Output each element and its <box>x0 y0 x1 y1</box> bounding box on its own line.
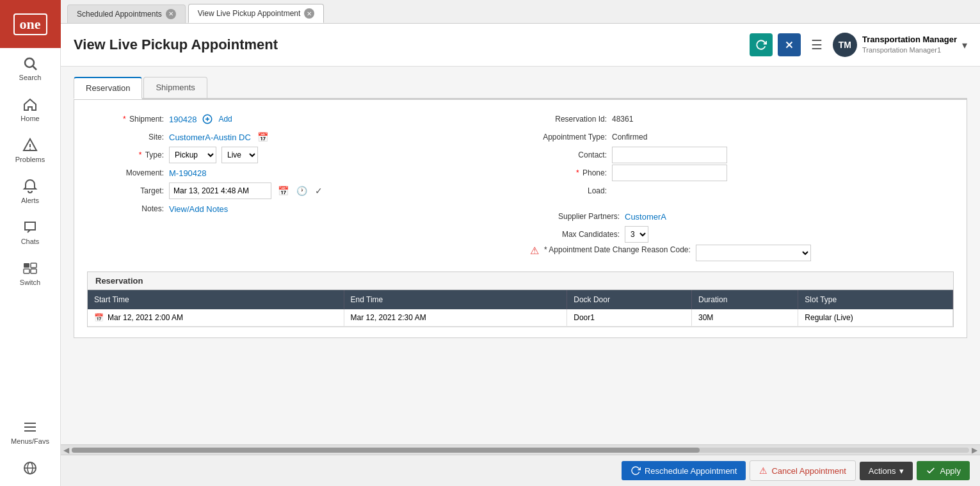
tab-scheduled-close[interactable]: ✕ <box>166 9 176 19</box>
sidebar-item-alerts[interactable]: Alerts <box>0 171 60 212</box>
sidebar-item-menus[interactable]: Menus/Favs <box>0 412 60 453</box>
tab-view-live-close[interactable]: ✕ <box>304 8 314 19</box>
reschedule-label: Reschedule Appointment <box>645 466 737 476</box>
user-badge: TM Transportation Manager Transportation… <box>833 33 967 57</box>
target-row: Target: 📅 🕐 ✓ <box>87 182 511 200</box>
notes-link[interactable]: View/Add Notes <box>169 204 228 214</box>
sidebar-item-home[interactable]: Home <box>0 89 60 130</box>
col-slot-type: Slot Type <box>798 290 953 309</box>
shipment-link[interactable]: 190428 <box>169 115 197 124</box>
target-clock-icon[interactable]: 🕐 <box>295 186 309 196</box>
user-dropdown-arrow[interactable]: ▾ <box>962 39 967 51</box>
appt-type-row: Appointment Type: Confirmed <box>530 128 954 146</box>
tab-shipments[interactable]: Shipments <box>143 77 207 98</box>
add-link[interactable]: Add <box>218 115 232 124</box>
scrollbar-track[interactable] <box>72 448 969 453</box>
sidebar-item-problems[interactable]: Problems <box>0 130 60 171</box>
cell-duration: 30M <box>692 309 798 327</box>
col-duration: Duration <box>692 290 798 309</box>
tab-view-live[interactable]: View Live Pickup Appointment ✕ <box>188 4 325 23</box>
sidebar-home-label: Home <box>20 115 39 122</box>
calendar-icon[interactable]: 📅 <box>256 132 269 142</box>
contact-input[interactable] <box>612 147 727 163</box>
notes-label: Notes: <box>87 204 164 213</box>
user-info: Transportation Manager Transportation Ma… <box>862 34 957 56</box>
app-logo[interactable]: one <box>0 0 61 48</box>
svg-rect-6 <box>24 269 29 273</box>
add-circle-icon[interactable] <box>202 113 213 125</box>
apply-button[interactable]: Apply <box>917 461 970 480</box>
page-header: View Live Pickup Appointment ☰ TM Transp… <box>61 24 980 67</box>
movement-label: Movement: <box>87 168 164 177</box>
tab-view-live-label: View Live Pickup Appointment <box>198 9 301 18</box>
max-candidates-select[interactable]: 31245 <box>625 226 648 243</box>
phone-label: * Phone: <box>530 168 607 177</box>
cell-start-time: 📅Mar 12, 2021 2:00 AM <box>88 309 344 327</box>
reschedule-button[interactable]: Reschedule Appointment <box>622 461 746 480</box>
contact-row: Contact: <box>530 146 954 164</box>
switch-icon <box>22 261 38 276</box>
max-candidates-label: Max Candidates: <box>530 230 620 239</box>
target-calendar-icon[interactable]: 📅 <box>277 186 290 196</box>
sidebar-menus-label: Menus/Favs <box>11 437 49 445</box>
user-avatar: TM <box>833 33 857 57</box>
form-right-col: Reservation Id: 48361 Appointment Type: … <box>530 110 954 261</box>
load-label: Load: <box>530 186 607 195</box>
appt-date-label: * Appointment Date Change Reason Code: <box>544 245 691 255</box>
movement-link[interactable]: M-190428 <box>169 168 207 178</box>
actions-button[interactable]: Actions ▾ <box>860 462 913 480</box>
actions-dropdown-icon: ▾ <box>899 466 904 476</box>
sidebar-item-search[interactable]: Search <box>0 48 60 89</box>
user-name: Transportation Manager <box>862 34 957 45</box>
user-role: Transportation Manager1 <box>862 45 957 55</box>
reservation-id-value: 48361 <box>612 115 633 124</box>
phone-row: * Phone: <box>530 164 954 182</box>
sidebar: one Search Home Problems Alerts Chats Sw… <box>0 0 61 486</box>
refresh-button[interactable] <box>750 33 773 56</box>
max-candidates-row: Max Candidates: 31245 <box>530 225 954 243</box>
warning-icon <box>22 138 38 153</box>
load-row: Load: <box>530 182 954 200</box>
site-link[interactable]: CustomerA-Austin DC <box>169 133 251 142</box>
col-dock-door: Dock Door <box>567 290 692 309</box>
cancel-warning-icon: ⚠ <box>759 466 767 476</box>
type-row: * Type: Pickup Delivery Live Drop <box>87 146 511 164</box>
tab-scheduled[interactable]: Scheduled Appointments ✕ <box>67 4 186 23</box>
cancel-button[interactable]: ⚠ Cancel Appointment <box>750 460 855 481</box>
shipment-label: * Shipment: <box>87 115 164 124</box>
phone-input[interactable] <box>612 165 727 181</box>
hamburger-menu[interactable]: ☰ <box>811 37 823 53</box>
type-label: * Type: <box>87 150 164 159</box>
tab-bar: Scheduled Appointments ✕ View Live Picku… <box>61 0 980 24</box>
type-select[interactable]: Pickup Delivery <box>169 147 216 163</box>
sidebar-item-switch[interactable]: Switch <box>0 253 60 294</box>
close-button[interactable] <box>778 33 801 56</box>
scrollbar-area[interactable]: ◀ ▶ <box>61 444 980 455</box>
supplier-label: Supplier Partners: <box>530 212 620 221</box>
svg-line-1 <box>33 67 37 70</box>
reservation-table: Start Time End Time Dock Door Duration S… <box>88 290 953 327</box>
form-left-col: * Shipment: 190428 Add Site: CustomerA-A… <box>87 110 511 261</box>
target-input[interactable] <box>169 182 271 199</box>
reschedule-icon <box>631 466 641 476</box>
error-icon: ⚠ <box>530 245 539 257</box>
appt-date-select[interactable] <box>696 245 811 261</box>
tab-reservation[interactable]: Reservation <box>74 77 142 99</box>
target-check-icon[interactable]: ✓ <box>314 186 324 196</box>
actions-label: Actions <box>869 466 896 476</box>
page-title: View Live Pickup Appointment <box>74 36 750 53</box>
cell-slot-type: Regular (Live) <box>798 309 953 327</box>
notes-row: Notes: View/Add Notes <box>87 200 511 218</box>
cell-dock-door: Door1 <box>567 309 692 327</box>
sidebar-item-chats[interactable]: Chats <box>0 212 60 253</box>
bell-icon <box>22 179 38 194</box>
type2-select[interactable]: Live Drop <box>221 147 258 163</box>
globe-icon <box>22 460 38 476</box>
shipment-row: * Shipment: 190428 Add <box>87 110 511 128</box>
col-end-time: End Time <box>344 290 567 309</box>
supplier-link[interactable]: CustomerA <box>625 212 666 222</box>
sidebar-item-globe[interactable] <box>0 453 60 486</box>
svg-rect-5 <box>31 263 36 268</box>
col-start-time: Start Time <box>88 290 344 309</box>
contact-label: Contact: <box>530 150 607 159</box>
